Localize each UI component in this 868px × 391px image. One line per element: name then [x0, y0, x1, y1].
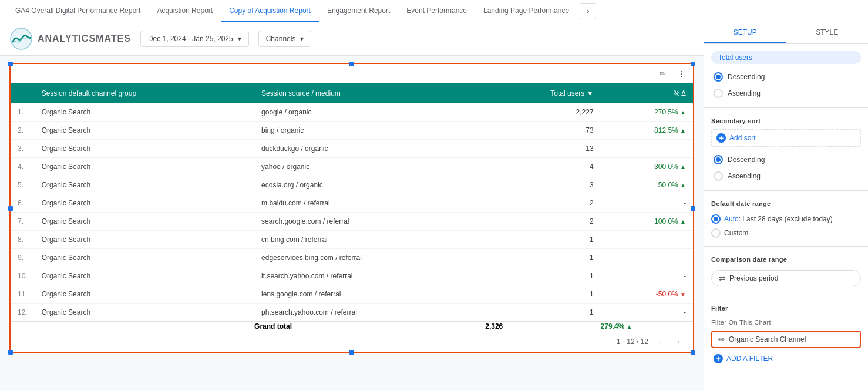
row-channel: Organic Search — [35, 267, 254, 285]
panel-tabs: SETUP STYLE — [704, 22, 868, 44]
table-row: 8. Organic Search cn.bing.com / referral… — [11, 231, 693, 249]
add-filter-icon: + — [714, 354, 723, 363]
add-sort-button[interactable]: + Add sort — [711, 129, 861, 147]
pagination-next-button[interactable]: › — [672, 335, 686, 349]
nav-more-button[interactable]: › — [580, 3, 596, 19]
resize-handle-tr[interactable] — [691, 62, 695, 66]
row-users: 2 — [485, 194, 600, 213]
date-range-value: Dec 1, 2024 - Jan 25, 2025 — [148, 35, 233, 43]
auto-date-label: Auto: Last 28 days (exclude today) — [724, 215, 833, 223]
radio-asc-secondary — [714, 171, 723, 181]
resize-handle-tl[interactable] — [8, 62, 13, 66]
resize-handle-br[interactable] — [691, 350, 695, 355]
arrow-right-icon: › — [678, 338, 680, 346]
custom-date-option[interactable]: Custom — [711, 226, 861, 240]
col-header-channel-group[interactable]: Session default channel group — [35, 83, 254, 103]
resize-handle-tc[interactable] — [349, 62, 354, 66]
nav-tab-acquisition[interactable]: Acquistion Report — [149, 0, 221, 22]
row-users: 1 — [485, 267, 600, 285]
row-num: 5. — [11, 176, 35, 194]
metric-chip[interactable]: Total users — [711, 51, 861, 64]
comparison-period-label: Previous period — [729, 274, 778, 282]
row-users: 3 — [485, 176, 600, 194]
row-num: 11. — [11, 285, 35, 304]
add-filter-button[interactable]: + ADD A FILTER — [711, 350, 861, 367]
comparison-period-icon: ⇄ — [719, 274, 726, 283]
resize-handle-mr[interactable] — [691, 206, 695, 211]
primary-sort-descending[interactable]: Descending — [711, 69, 861, 85]
date-range-picker[interactable]: Dec 1, 2024 - Jan 25, 2025 ▾ — [140, 31, 249, 47]
tab-style[interactable]: STYLE — [786, 22, 869, 43]
filter-chip-label: Organic Search Channel — [729, 335, 806, 343]
pencil-icon: ✏ — [660, 69, 666, 78]
divider-2 — [704, 190, 868, 191]
row-source: edgeservices.bing.com / referral — [254, 249, 485, 267]
col-header-source-medium[interactable]: Session source / medium — [254, 83, 485, 103]
nav-tab-engagement[interactable]: Engagement Report — [319, 0, 398, 22]
row-source: duckduckgo / organic — [254, 140, 485, 158]
pagination: 1 - 12 / 12 ‹ › — [11, 331, 693, 352]
channel-filter-value: Channels — [266, 35, 296, 43]
radio-auto-date — [711, 214, 721, 224]
row-channel: Organic Search — [35, 158, 254, 176]
table-row: 2. Organic Search bing / organic 73 812.… — [11, 122, 693, 140]
row-channel: Organic Search — [35, 122, 254, 140]
pagination-prev-button[interactable]: ‹ — [653, 335, 667, 349]
divider-1 — [704, 107, 868, 108]
row-pct: - — [601, 140, 693, 158]
row-users: 73 — [485, 122, 600, 140]
radio-custom-date — [711, 228, 721, 238]
secondary-desc-label: Descending — [728, 156, 765, 164]
row-pct: 50.0% ▲ — [601, 176, 693, 194]
row-pct: - — [601, 267, 693, 285]
resize-handle-bc[interactable] — [349, 350, 354, 355]
edit-button[interactable]: ✏ — [655, 66, 669, 80]
table-row: 9. Organic Search edgeservices.bing.com … — [11, 249, 693, 267]
pagination-range: 1 - 12 / 12 — [617, 338, 648, 346]
row-channel: Organic Search — [35, 304, 254, 322]
col-header-pct-delta[interactable]: % Δ — [601, 83, 693, 103]
channel-filter-picker[interactable]: Channels ▾ — [258, 31, 312, 47]
more-options-button[interactable]: ⋮ — [674, 66, 688, 80]
add-sort-label: Add sort — [729, 134, 756, 142]
row-channel: Organic Search — [35, 194, 254, 213]
filter-section: Filter On This Chart ✏ Organic Search Ch… — [704, 314, 868, 369]
nav-tab-copy-acquisition[interactable]: Copy of Acquistion Report — [221, 0, 319, 22]
primary-sort-ascending[interactable]: Ascending — [711, 85, 861, 102]
row-channel: Organic Search — [35, 285, 254, 304]
secondary-sort-ascending[interactable]: Ascending — [711, 168, 861, 184]
nav-tab-landing[interactable]: Landing Page Performance — [475, 0, 577, 22]
table-row: 4. Organic Search yahoo / organic 4 300.… — [11, 158, 693, 176]
resize-handle-ml[interactable] — [8, 206, 13, 211]
auto-date-option[interactable]: Auto: Last 28 days (exclude today) — [711, 212, 861, 226]
filter-on-chart-label: Filter On This Chart — [711, 316, 861, 328]
row-pct: 100.0% ▲ — [601, 213, 693, 231]
row-users: 2,227 — [485, 103, 600, 122]
primary-sort-group: Descending Ascending — [704, 66, 868, 104]
grand-total-pct: 279.4% ▲ — [601, 322, 693, 331]
secondary-sort-descending[interactable]: Descending — [711, 151, 861, 168]
tab-setup[interactable]: SETUP — [704, 22, 786, 43]
row-channel: Organic Search — [35, 140, 254, 158]
col-header-total-users[interactable]: Total users ▼ — [485, 83, 600, 103]
data-table: Session default channel group Session so… — [11, 83, 693, 331]
logo-text-part2: MATES — [96, 33, 131, 43]
row-users: 4 — [485, 158, 600, 176]
table-row: 12. Organic Search ph.search.yahoo.com /… — [11, 304, 693, 322]
resize-handle-bl[interactable] — [8, 350, 13, 355]
row-pct: 270.5% ▲ — [601, 103, 693, 122]
row-num: 12. — [11, 304, 35, 322]
filter-edit-icon: ✏ — [718, 335, 725, 344]
primary-desc-label: Descending — [728, 73, 765, 81]
nav-tab-ga4-report[interactable]: GA4 Overall Digital Performance Report — [7, 0, 149, 22]
add-filter-label: ADD A FILTER — [726, 355, 773, 363]
nav-tab-event[interactable]: Event Performance — [398, 0, 475, 22]
row-source: bing / organic — [254, 122, 485, 140]
comparison-period-chip[interactable]: ⇄ Previous period — [711, 270, 861, 286]
radio-desc-primary — [714, 72, 723, 82]
grand-total-empty-2 — [35, 322, 254, 331]
grand-total-users: 2,326 — [485, 322, 600, 331]
filter-chip-organic-search[interactable]: ✏ Organic Search Channel — [711, 331, 861, 348]
primary-asc-label: Ascending — [728, 89, 761, 97]
row-num: 1. — [11, 103, 35, 122]
